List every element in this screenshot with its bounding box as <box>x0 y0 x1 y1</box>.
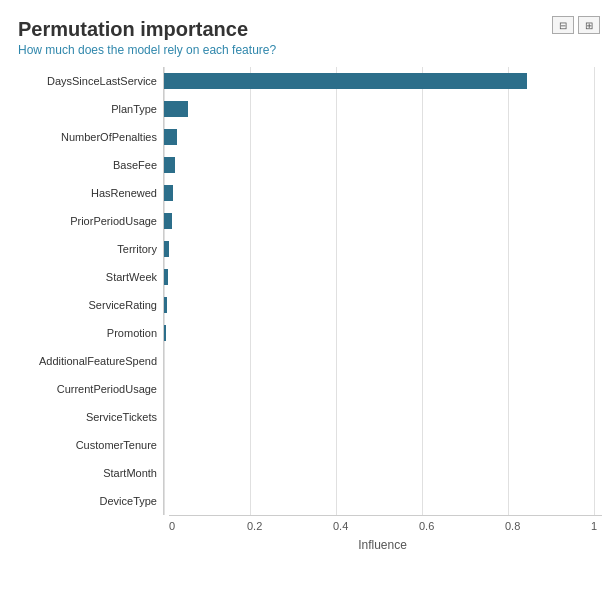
bar-plantype <box>164 101 188 117</box>
toolbar: ⊟ ⊞ <box>552 16 600 34</box>
bar-row-currentperiodusage <box>164 375 602 403</box>
x-tick-0: 0 <box>169 520 175 532</box>
y-label-currentperiodusage: CurrentPeriodUsage <box>57 375 157 403</box>
bar-territory <box>164 241 169 257</box>
bar-row-plantype <box>164 95 602 123</box>
x-tick-0.4: 0.4 <box>333 520 348 532</box>
y-label-dayssincelastservice: DaysSinceLastService <box>47 67 157 95</box>
y-label-devicetype: DeviceType <box>100 487 157 515</box>
bar-row-servicerating <box>164 291 602 319</box>
x-tick-0.2: 0.2 <box>247 520 262 532</box>
chart-area: DaysSinceLastServicePlanTypeNumberOfPena… <box>18 67 602 552</box>
bar-row-dayssincelastservice <box>164 67 602 95</box>
bar-priorperiodusage <box>164 213 172 229</box>
y-label-priorperiodusage: PriorPeriodUsage <box>70 207 157 235</box>
y-labels: DaysSinceLastServicePlanTypeNumberOfPena… <box>18 67 163 515</box>
bar-basefee <box>164 157 175 173</box>
toolbar-btn-1[interactable]: ⊟ <box>552 16 574 34</box>
bar-row-servicetickets <box>164 403 602 431</box>
y-label-plantype: PlanType <box>111 95 157 123</box>
bar-row-startweek <box>164 263 602 291</box>
x-tick-1: 1 <box>591 520 597 532</box>
y-label-basefee: BaseFee <box>113 151 157 179</box>
main-container: Permutation importance How much does the… <box>0 0 612 613</box>
toolbar-btn-2[interactable]: ⊞ <box>578 16 600 34</box>
x-axis-labels: 00.20.40.60.81 <box>169 516 602 534</box>
bar-hasrenewed <box>164 185 173 201</box>
chart-title: Permutation importance <box>18 18 602 41</box>
bar-numberofpenalties <box>164 129 177 145</box>
x-tick-0.6: 0.6 <box>419 520 434 532</box>
y-label-startweek: StartWeek <box>106 263 157 291</box>
bar-row-territory <box>164 235 602 263</box>
y-label-startmonth: StartMonth <box>103 459 157 487</box>
bar-row-customertenure <box>164 431 602 459</box>
bar-row-numberofpenalties <box>164 123 602 151</box>
bars-container <box>163 67 602 515</box>
bar-promotion <box>164 325 166 341</box>
y-label-numberofpenalties: NumberOfPenalties <box>61 123 157 151</box>
y-label-additionalfeaturespend: AdditionalFeatureSpend <box>39 347 157 375</box>
chart-subtitle: How much does the model rely on each fea… <box>18 43 602 57</box>
bar-row-promotion <box>164 319 602 347</box>
bar-row-startmonth <box>164 459 602 487</box>
y-label-hasrenewed: HasRenewed <box>91 179 157 207</box>
chart-inner: DaysSinceLastServicePlanTypeNumberOfPena… <box>18 67 602 515</box>
bar-row-priorperiodusage <box>164 207 602 235</box>
bar-row-basefee <box>164 151 602 179</box>
y-label-customertenure: CustomerTenure <box>76 431 157 459</box>
y-label-servicetickets: ServiceTickets <box>86 403 157 431</box>
bar-dayssincelastservice <box>164 73 527 89</box>
bar-row-devicetype <box>164 487 602 515</box>
x-axis-title: Influence <box>163 538 602 552</box>
bar-servicerating <box>164 297 167 313</box>
bar-startweek <box>164 269 168 285</box>
y-label-promotion: Promotion <box>107 319 157 347</box>
y-label-territory: Territory <box>117 235 157 263</box>
x-tick-0.8: 0.8 <box>505 520 520 532</box>
bar-row-additionalfeaturespend <box>164 347 602 375</box>
y-label-servicerating: ServiceRating <box>89 291 157 319</box>
bar-row-hasrenewed <box>164 179 602 207</box>
